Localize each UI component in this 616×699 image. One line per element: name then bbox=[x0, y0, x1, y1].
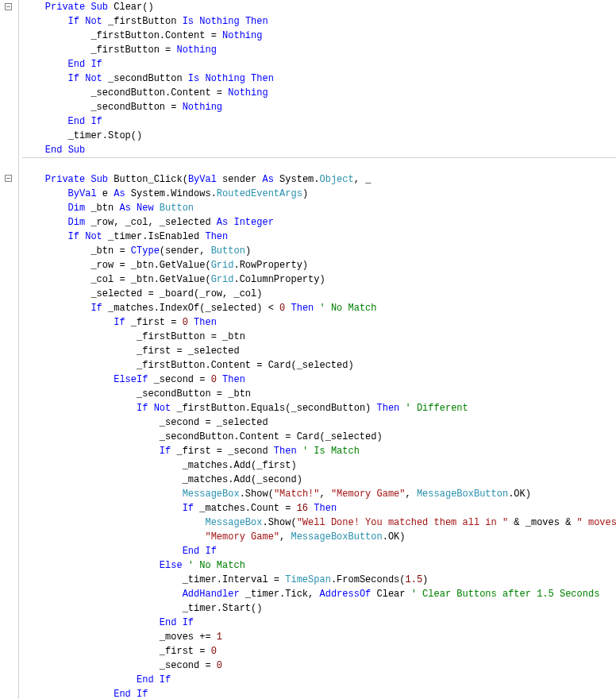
token-typ: RoutedEventArgs bbox=[217, 188, 302, 199]
token-kw: Then bbox=[222, 374, 245, 385]
token-kw: End bbox=[183, 546, 200, 557]
token-kw: If bbox=[68, 73, 79, 84]
token-typ: MessageBox bbox=[183, 489, 240, 500]
token-kw: If bbox=[90, 303, 102, 314]
token-str: "Memory Game" bbox=[331, 489, 406, 500]
token-kw: Then bbox=[251, 73, 274, 84]
token-kw: Integer bbox=[233, 217, 273, 228]
token-kw: End bbox=[114, 689, 131, 699]
token-num: 0 bbox=[183, 317, 188, 328]
token-num: 16 bbox=[297, 503, 308, 514]
code-editor: Private Sub Clear() If Not _firstButton … bbox=[0, 0, 616, 699]
token-kw: End bbox=[68, 59, 86, 70]
token-kw: If bbox=[160, 446, 171, 457]
token-num: 0 bbox=[211, 646, 217, 657]
token-typ: TimeSpan bbox=[285, 574, 331, 585]
token-kw: As bbox=[217, 217, 228, 228]
token-kw: ElseIf bbox=[114, 374, 148, 385]
block-separator bbox=[22, 157, 616, 158]
token-kw: As bbox=[119, 203, 130, 214]
token-num: 1.5 bbox=[406, 574, 423, 585]
token-cmt: ' Is Match bbox=[302, 446, 360, 457]
token-kw: Nothing bbox=[222, 30, 262, 41]
token-kw: Sub bbox=[90, 174, 108, 185]
token-kw: End bbox=[160, 617, 177, 628]
token-kw: If bbox=[137, 403, 148, 414]
collapse-toggle-icon[interactable] bbox=[5, 3, 12, 10]
token-kw: End bbox=[68, 116, 86, 127]
token-kw: Dim bbox=[68, 203, 86, 214]
token-typ: Object bbox=[320, 174, 354, 185]
token-cmt: ' Clear Buttons after 1.5 Seconds bbox=[411, 589, 600, 600]
token-kw: If bbox=[90, 116, 102, 127]
code-area[interactable]: Private Sub Clear() If Not _firstButton … bbox=[19, 0, 616, 699]
token-kw: Not bbox=[85, 16, 102, 27]
token-kw: Nothing bbox=[183, 102, 222, 113]
token-typ: Grid bbox=[211, 274, 234, 285]
token-kw: Then bbox=[274, 446, 297, 457]
token-typ: Button bbox=[160, 203, 194, 214]
token-kw: If bbox=[160, 674, 171, 685]
token-kw: As bbox=[263, 174, 274, 185]
token-cmt: ' No Match bbox=[188, 560, 245, 571]
token-num: 0 bbox=[211, 374, 217, 385]
token-kw: Then bbox=[194, 317, 217, 328]
token-cmt: ' No Match bbox=[320, 303, 377, 314]
token-kw: CType bbox=[131, 245, 160, 257]
token-kw: Then bbox=[314, 503, 337, 514]
token-kw: ByVal bbox=[188, 174, 217, 185]
margin-gutter bbox=[0, 0, 19, 699]
token-kw: If bbox=[205, 546, 216, 557]
token-str: "Match!" bbox=[274, 489, 320, 500]
token-kw: Then bbox=[205, 231, 228, 242]
token-kw: Not bbox=[85, 231, 102, 242]
code-content: Private Sub Clear() If Not _firstButton … bbox=[19, 0, 616, 699]
token-kw: Is bbox=[188, 73, 199, 84]
token-kw: Nothing bbox=[176, 44, 216, 56]
token-kw: If bbox=[68, 16, 79, 27]
token-kw: If bbox=[68, 231, 79, 242]
token-kw: New bbox=[137, 203, 154, 214]
token-typ: Grid bbox=[211, 260, 234, 271]
token-kw: End bbox=[45, 145, 63, 156]
token-typ: MessageBoxButton bbox=[291, 531, 382, 543]
token-kw: Sub bbox=[90, 2, 108, 13]
token-kw: Not bbox=[154, 403, 171, 414]
token-kw: ByVal bbox=[68, 188, 97, 199]
token-kw: Nothing bbox=[228, 87, 268, 98]
token-kw: As bbox=[114, 188, 125, 199]
token-kw: End bbox=[137, 674, 154, 685]
token-str: "Memory Game" bbox=[205, 531, 279, 543]
token-num: 0 bbox=[279, 303, 285, 314]
token-kw: If bbox=[90, 59, 102, 70]
token-typ: MessageBoxButton bbox=[417, 489, 508, 500]
token-kw: Nothing bbox=[199, 16, 239, 27]
token-kw: Else bbox=[160, 560, 183, 571]
token-kw: Sub bbox=[68, 145, 86, 156]
token-kw: Private bbox=[45, 174, 85, 185]
token-kw: If bbox=[114, 317, 125, 328]
token-kw: Private bbox=[45, 2, 85, 13]
token-kw: AddHandler bbox=[183, 589, 240, 600]
token-kw: If bbox=[183, 617, 194, 628]
token-kw: Dim bbox=[68, 217, 86, 228]
token-kw: If bbox=[183, 503, 194, 514]
token-kw: Then bbox=[377, 403, 400, 414]
token-str: " moves!" bbox=[577, 517, 616, 528]
token-typ: Button bbox=[211, 245, 245, 257]
token-typ: MessageBox bbox=[205, 517, 262, 528]
token-kw: Is bbox=[183, 16, 194, 27]
collapse-toggle-icon[interactable] bbox=[5, 175, 12, 182]
token-kw: Nothing bbox=[205, 73, 244, 84]
token-kw: Then bbox=[245, 16, 268, 27]
token-num: 1 bbox=[217, 631, 222, 643]
token-kw: Then bbox=[291, 303, 314, 314]
token-num: 0 bbox=[217, 660, 222, 671]
token-kw: Not bbox=[85, 73, 102, 84]
token-kw: If bbox=[137, 689, 148, 699]
token-str: "Well Done! You matched them all in " bbox=[297, 517, 508, 528]
token-cmt: ' Different bbox=[406, 403, 468, 414]
token-kw: AddressOf bbox=[319, 589, 371, 600]
